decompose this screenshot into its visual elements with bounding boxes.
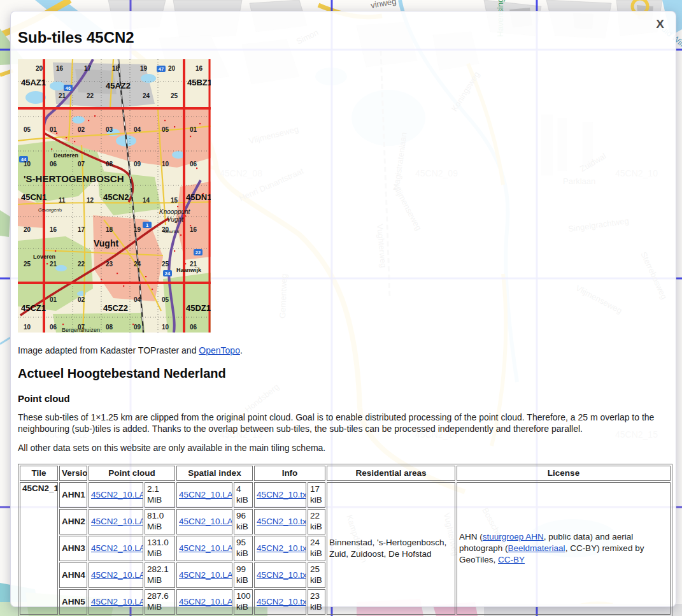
laz-size-cell: 2.1 MiB <box>145 482 175 508</box>
figure-subtile-number: 01 <box>190 126 197 133</box>
lax-size-cell: 95 kiB <box>234 536 253 561</box>
figure-subtile-number: 17 <box>84 65 92 72</box>
paragraph-subtiles: These sub-tiles of 1×1.25 km are clipped… <box>18 412 667 434</box>
laz-cell: 45CN2_10.LAZ <box>89 536 143 561</box>
beeldmateriaal-link[interactable]: Beeldmateriaal <box>508 543 565 553</box>
figure-subtile-number: 18 <box>106 226 113 233</box>
lax-size-cell: 96 kiB <box>234 509 253 534</box>
figure-tile-label: 45CZ1 <box>21 303 46 313</box>
lax-link[interactable]: 45CN2_10.LAX <box>179 597 232 606</box>
laz-cell: 45CN2_10.LAZ <box>89 509 143 534</box>
version-cell: AHN5 <box>59 589 87 615</box>
laz-link[interactable]: 45CN2_10.LAZ <box>91 490 143 499</box>
txt-link[interactable]: 45CN2_10.txt <box>257 570 306 580</box>
figure-subtile-number: 06 <box>190 324 197 331</box>
section-heading: Actueel Hoogtebestand Nederland <box>18 366 667 381</box>
figure-subtile-number: 19 <box>140 65 148 72</box>
figure-subtile-number: 21 <box>50 261 57 268</box>
table-row: 45CN2_10AHN145CN2_10.LAZ2.1 MiB45CN2_10.… <box>20 482 671 508</box>
txt-cell: 45CN2_10.txt <box>254 589 306 615</box>
col-header-pointcloud: Point cloud <box>89 466 175 481</box>
table-header-row: Tile Version Point cloud Spatial index I… <box>20 466 671 481</box>
close-icon[interactable]: X <box>656 18 664 30</box>
opentopo-link[interactable]: OpenTopo <box>199 345 240 355</box>
txt-cell: 45CN2_10.txt <box>254 536 306 561</box>
lax-size-cell: 4 kiB <box>234 482 253 508</box>
figure-subtile-number: 07 <box>78 161 85 168</box>
figure-subtile-number: 16 <box>50 226 57 233</box>
figure-place-label: Haanwijk <box>176 267 202 273</box>
lax-link[interactable]: 45CN2_10.LAX <box>179 570 232 580</box>
laz-size-cell: 282.1 MiB <box>145 562 175 588</box>
col-header-version: Version <box>59 466 87 481</box>
laz-link[interactable]: 45CN2_10.LAZ <box>91 570 143 580</box>
figure-subtile-number: 12 <box>87 197 94 204</box>
laz-size-cell: 81.0 MiB <box>145 509 175 534</box>
laz-cell: 45CN2_10.LAZ <box>89 482 143 508</box>
figure-subtile-number: 11 <box>59 197 66 204</box>
col-header-residential: Residential areas <box>327 466 455 481</box>
figure-subtile-number: 01 <box>50 296 57 303</box>
figure-tile-label: 45AZ1 <box>21 78 46 87</box>
txt-size-cell: 23 kiB <box>308 589 325 615</box>
col-header-tile: Tile <box>20 466 58 481</box>
cc-by-link[interactable]: CC-BY <box>498 555 525 564</box>
road-shield-number: 46 <box>66 85 71 91</box>
figure-subtile-number: 05 <box>162 296 169 303</box>
subtiles-dialog: X Sub-tiles 45CN2 <box>10 11 676 607</box>
col-header-spatialindex: Spatial index <box>176 466 253 481</box>
road-shield-number: 1 <box>146 222 148 228</box>
version-cell: AHN3 <box>59 536 87 561</box>
figure-subtile-number: 25 <box>171 92 178 99</box>
figure-subtile-number: 10 <box>162 161 169 168</box>
caption-text: Image adapted from Kadaster TOPraster an… <box>18 345 199 355</box>
figure-subtile-number: 10 <box>162 324 169 331</box>
lax-link[interactable]: 45CN2_10.LAX <box>179 490 232 499</box>
txt-link[interactable]: 45CN2_10.txt <box>257 490 306 499</box>
image-caption: Image adapted from Kadaster TOPraster an… <box>18 345 667 355</box>
laz-link[interactable]: 45CN2_10.LAZ <box>91 543 143 553</box>
txt-link[interactable]: 45CN2_10.txt <box>257 517 306 526</box>
txt-link[interactable]: 45CN2_10.txt <box>257 597 306 606</box>
txt-cell: 45CN2_10.txt <box>254 509 306 534</box>
figure-subtile-number: 14 <box>143 197 150 204</box>
figure-subtile-number: 16 <box>190 226 197 233</box>
residential-areas-cell: Binnenstad, 's-Hertogenbosch, Zuid, Zuid… <box>327 482 455 615</box>
figure-subtile-number: 20 <box>24 226 31 233</box>
stuurgroep-ahn-link[interactable]: stuurgroep AHN <box>483 532 544 541</box>
figure-subtile-number: 20 <box>36 65 43 72</box>
laz-link[interactable]: 45CN2_10.LAZ <box>91 597 143 606</box>
subsection-heading: Point cloud <box>18 393 667 404</box>
figure-tile-label: 45BZ1 <box>187 78 211 87</box>
lax-link[interactable]: 45CN2_10.LAX <box>179 517 232 526</box>
figure-subtile-number: 23 <box>106 261 113 268</box>
figure-subtile-number: 05 <box>162 126 169 133</box>
txt-size-cell: 24 kiB <box>308 536 325 561</box>
lax-cell: 45CN2_10.LAX <box>176 589 232 615</box>
figure-subtile-number: 15 <box>171 197 178 204</box>
figure-subtile-number: 24 <box>143 92 150 99</box>
figure-place-label: 'S-HERTOGENBOSCH <box>24 173 124 184</box>
lax-size-cell: 99 kiB <box>234 562 253 588</box>
lax-link[interactable]: 45CN2_10.LAX <box>179 543 232 553</box>
caption-period: . <box>240 345 243 355</box>
figure-subtile-number: 24 <box>134 261 141 268</box>
figure-subtile-number: 21 <box>59 92 66 99</box>
figure-subtile-number: 09 <box>134 324 141 331</box>
figure-subtile-number: 03 <box>106 126 113 133</box>
road-shield-number: 22 <box>195 250 201 255</box>
lax-cell: 45CN2_10.LAX <box>176 536 232 561</box>
figure-subtile-number: 06 <box>50 161 57 168</box>
version-cell: AHN2 <box>59 509 87 534</box>
figure-tile-label: 45DZ1 <box>186 303 211 313</box>
figure-place-label: Knooppunt <box>159 208 191 215</box>
txt-link[interactable]: 45CN2_10.txt <box>257 543 306 553</box>
subtiles-table: Tile Version Point cloud Spatial index I… <box>18 464 672 616</box>
subtiles-map-image: 46474422241 2016171819201621222425050102… <box>18 59 211 333</box>
road-shield-number: 24 <box>165 271 171 276</box>
figure-subtile-number: 02 <box>78 126 85 133</box>
figure-place-label: Vught <box>167 216 184 223</box>
figure-subtile-number: 10 <box>24 161 31 168</box>
figure-tile-label: 45CZ2 <box>103 303 128 313</box>
laz-link[interactable]: 45CN2_10.LAZ <box>91 517 143 526</box>
